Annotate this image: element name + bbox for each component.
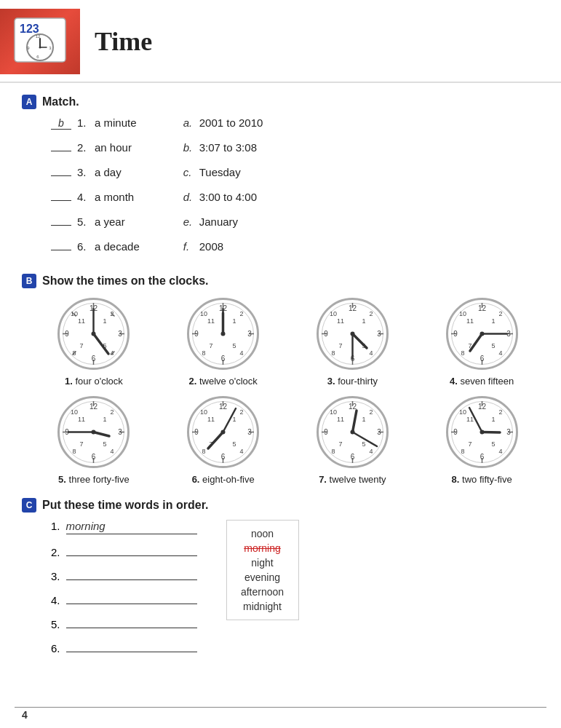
order-row-2: 2. xyxy=(51,542,197,558)
clock-label-2: 2. twelve o'clock xyxy=(189,376,258,387)
match-letter-b: b. xyxy=(183,141,195,154)
section-c: C Put these time words in order. 1. morn… xyxy=(22,498,539,654)
svg-line-179 xyxy=(482,432,500,433)
svg-point-34 xyxy=(92,332,96,336)
svg-text:11: 11 xyxy=(207,416,215,423)
word-morning-struck: morning xyxy=(244,542,281,554)
match-blank-1: b xyxy=(51,117,71,130)
svg-text:4: 4 xyxy=(498,349,502,357)
svg-point-118 xyxy=(92,430,96,435)
match-blank-2 xyxy=(51,151,71,151)
section-a: A Match. b 1. a minute 2. an hour xyxy=(22,95,539,261)
svg-text:4: 4 xyxy=(240,349,244,357)
svg-text:10: 10 xyxy=(71,408,78,416)
svg-text:11: 11 xyxy=(466,317,474,325)
svg-text:3: 3 xyxy=(377,330,381,338)
match-num-3: 3. xyxy=(77,166,90,178)
header-clock-svg: 123 12 6 9 3 xyxy=(11,15,69,66)
svg-text:5: 5 xyxy=(362,440,365,448)
svg-text:6: 6 xyxy=(92,453,96,461)
svg-text:11: 11 xyxy=(466,416,474,423)
order-num-4: 4. xyxy=(51,594,60,606)
clock-label-4: 4. seven fifteen xyxy=(450,376,514,387)
svg-text:12: 12 xyxy=(478,403,487,411)
section-b-title: B Show the times on the clocks. xyxy=(22,274,539,288)
svg-text:3: 3 xyxy=(377,428,381,436)
word-night: night xyxy=(251,557,273,569)
svg-text:10: 10 xyxy=(459,310,466,317)
clock-item-8: 12 6 9 3 2 10 8 4 5 7 1 11 xyxy=(434,394,529,485)
svg-text:11: 11 xyxy=(337,416,344,423)
svg-text:6: 6 xyxy=(221,453,226,461)
svg-text:4: 4 xyxy=(240,448,244,455)
order-list: 1. morning 2. 3. 4. 5. xyxy=(51,520,197,654)
svg-text:7: 7 xyxy=(468,440,472,448)
clocks-row-2: 12 6 9 3 2 10 8 4 5 7 1 11 xyxy=(36,394,539,485)
word-afternoon: afternoon xyxy=(241,586,284,598)
match-right-row-f: f. 2008 xyxy=(183,240,263,261)
svg-text:2: 2 xyxy=(369,310,373,317)
clock-label-7: 7. twelve twenty xyxy=(319,474,386,485)
clock-label-6: 6. eight-oh-five xyxy=(192,474,255,485)
match-row-3: 3. a day xyxy=(51,166,140,186)
order-num-3: 3. xyxy=(51,570,60,582)
match-row-1: b 1. a minute xyxy=(51,116,140,137)
match-right-row-a: a. 2001 to 2010 xyxy=(183,116,263,137)
order-container: 1. morning 2. 3. 4. 5. xyxy=(22,520,539,654)
svg-text:4: 4 xyxy=(369,349,373,357)
match-right: a. 2001 to 2010 b. 3:07 to 3:08 c. Tuesd… xyxy=(169,116,263,261)
header-image: 123 12 6 9 3 xyxy=(0,9,80,74)
section-c-title: C Put these time words in order. xyxy=(22,498,539,513)
match-text-1: a minute xyxy=(95,116,137,129)
svg-text:12: 12 xyxy=(349,304,357,312)
svg-text:1: 1 xyxy=(103,416,107,423)
order-num-1: 1. xyxy=(51,520,60,532)
clock-label-8: 8. two fifty-five xyxy=(452,474,512,485)
svg-text:9: 9 xyxy=(324,330,328,338)
match-row-5: 5. a year xyxy=(51,215,140,236)
svg-text:3: 3 xyxy=(247,330,252,338)
svg-text:11: 11 xyxy=(207,317,215,325)
svg-text:6: 6 xyxy=(92,355,96,363)
order-num-6: 6. xyxy=(51,642,60,654)
clock-item-3: 12 6 9 3 2 10 8 4 5 7 1 11 xyxy=(305,296,399,387)
order-blank-5 xyxy=(66,614,197,628)
svg-text:10: 10 xyxy=(71,310,78,317)
svg-text:2: 2 xyxy=(240,310,244,317)
section-a-title: A Match. xyxy=(22,95,539,109)
svg-text:2: 2 xyxy=(369,408,373,416)
svg-text:10: 10 xyxy=(330,408,337,416)
svg-text:7: 7 xyxy=(210,342,213,349)
clock-face-7: 12 6 9 3 2 10 8 4 5 7 1 11 xyxy=(314,394,391,470)
svg-text:2: 2 xyxy=(498,408,502,416)
clock-item-6: 12 6 9 3 2 10 8 4 5 7 1 11 xyxy=(176,394,271,485)
svg-text:6: 6 xyxy=(480,355,484,363)
section-b: B Show the times on the clocks. xyxy=(22,274,539,485)
svg-point-55 xyxy=(221,332,226,336)
match-right-text-a: 2001 to 2010 xyxy=(199,116,263,129)
clock-face-5: 12 6 9 3 2 10 8 4 5 7 1 11 xyxy=(55,394,132,470)
svg-text:11: 11 xyxy=(78,416,85,423)
svg-text:1: 1 xyxy=(362,416,365,423)
svg-text:12: 12 xyxy=(219,403,228,411)
match-text-2: an hour xyxy=(95,141,132,154)
svg-text:3: 3 xyxy=(119,330,123,338)
svg-text:6: 6 xyxy=(221,355,226,363)
svg-text:10: 10 xyxy=(459,408,466,416)
svg-text:8: 8 xyxy=(202,349,206,357)
page: 123 12 6 9 3 Time A Match. xyxy=(0,0,561,728)
clock-label-5: 5. three forty-five xyxy=(58,474,130,485)
svg-text:1: 1 xyxy=(491,416,495,423)
svg-text:1: 1 xyxy=(491,317,495,325)
svg-text:11: 11 xyxy=(337,317,344,325)
match-right-text-d: 3:00 to 4:00 xyxy=(199,191,257,203)
svg-text:2: 2 xyxy=(111,408,114,416)
svg-text:8: 8 xyxy=(331,448,335,455)
svg-text:8: 8 xyxy=(73,448,76,455)
order-row-1: 1. morning xyxy=(51,520,197,534)
order-blank-6 xyxy=(66,638,197,652)
svg-text:9: 9 xyxy=(65,330,70,338)
svg-text:12: 12 xyxy=(349,403,357,411)
svg-text:5: 5 xyxy=(103,440,107,448)
clock-face-8: 12 6 9 3 2 10 8 4 5 7 1 11 xyxy=(444,394,520,470)
